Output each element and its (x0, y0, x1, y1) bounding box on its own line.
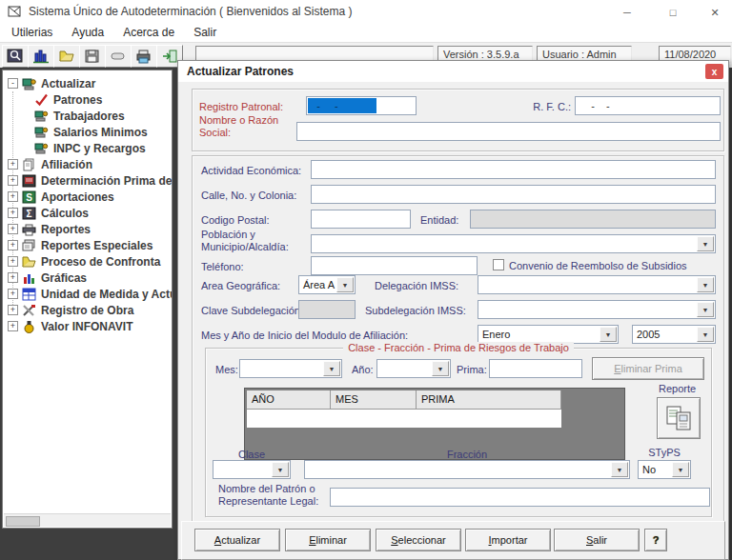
tree-item-reportes-especiales[interactable]: + Reportes Especiales (3, 237, 172, 253)
menu-ayuda[interactable]: Ayuda (62, 24, 113, 41)
tree-item-determinacion-prima-rt[interactable]: + Determinación Prima de RT (3, 172, 172, 189)
tree-item-unidad-medida[interactable]: + Unidad de Medida y Actuali: (3, 286, 172, 302)
maximize-button[interactable]: □ (654, 0, 692, 25)
plus-expander-icon[interactable]: + (8, 175, 18, 186)
codigo-postal-input[interactable] (311, 210, 411, 229)
help-button[interactable]: ? (644, 529, 667, 551)
tree-label: Determinación Prima de RT (41, 174, 173, 188)
anio-inicio-combo[interactable]: 2005 ▼ (632, 325, 716, 344)
anio-label: Año: (352, 364, 374, 376)
tree-item-registro-obra[interactable]: + Registro de Obra (3, 302, 172, 318)
convenio-checkbox[interactable] (493, 259, 504, 270)
dropdown-arrow-icon[interactable]: ▼ (272, 462, 289, 477)
area-geografica-combo[interactable]: Área A ▼ (298, 275, 356, 294)
tree-label: Gráficas (41, 271, 87, 285)
search-toolbar-button[interactable] (2, 45, 29, 68)
dropdown-arrow-icon[interactable]: ▼ (697, 236, 714, 251)
importar-button[interactable]: Importar (465, 529, 551, 551)
menu-salir[interactable]: Salir (184, 24, 226, 41)
eliminar-button[interactable]: Eliminar (285, 529, 371, 551)
save-toolbar-button[interactable] (79, 45, 106, 68)
tree-item-actualizar[interactable]: - Actualizar (3, 75, 172, 91)
plus-expander-icon[interactable]: + (8, 289, 18, 299)
dropdown-arrow-icon[interactable]: ▼ (432, 361, 449, 376)
reportes-printer-icon (22, 223, 36, 236)
dropdown-arrow-icon[interactable]: ▼ (323, 361, 340, 376)
dropdown-arrow-icon[interactable]: ▼ (697, 277, 714, 292)
grid-header-anio: AÑO (247, 390, 331, 410)
tree-item-afiliacion[interactable]: + Afiliación (3, 156, 172, 172)
tree-item-valor-infonavit[interactable]: + Valor INFONAVIT (3, 318, 172, 334)
actualizar-patrones-dialog: Actualizar Patrones x Registro Patronal:… (177, 60, 729, 560)
plus-expander-icon[interactable]: + (8, 224, 18, 234)
print-toolbar-button[interactable] (131, 45, 157, 68)
plus-expander-icon[interactable]: + (8, 256, 18, 267)
rfc-input[interactable]: - - (575, 96, 721, 115)
dialog-close-button[interactable]: x (705, 64, 723, 79)
tree-label: Actualizar (41, 77, 95, 90)
tree-item-patrones[interactable]: Patrones (3, 91, 172, 108)
dropdown-arrow-icon[interactable]: ▼ (600, 327, 617, 342)
plus-expander-icon[interactable]: + (8, 240, 18, 250)
open-toolbar-button[interactable] (53, 45, 80, 68)
dropdown-arrow-icon[interactable]: ▼ (611, 462, 628, 477)
nombre-patron-input[interactable] (330, 488, 710, 507)
nombre-razon-social-input[interactable] (296, 122, 721, 141)
mes-combo[interactable]: ▼ (239, 359, 342, 378)
prima-input[interactable] (489, 359, 582, 378)
plus-expander-icon[interactable]: + (8, 321, 18, 331)
plus-expander-icon[interactable]: + (8, 159, 18, 170)
menu-acerca-de[interactable]: Acerca de (113, 24, 184, 41)
registro-patronal-input[interactable]: - - (306, 96, 417, 115)
subdelegacion-imss-combo[interactable]: ▼ (478, 300, 716, 319)
entidad-label: Entidad: (420, 214, 458, 227)
convenio-label: Convenio de Reembolso de Subsidios (509, 260, 687, 272)
reporte-button[interactable] (657, 397, 701, 439)
minus-expander-icon[interactable]: - (8, 78, 18, 89)
plus-expander-icon[interactable]: + (8, 191, 18, 202)
seleccionar-button[interactable]: Seleccionar (376, 529, 461, 551)
infonavit-moneybag-icon (22, 320, 36, 333)
graph-toolbar-button[interactable] (28, 45, 54, 68)
exit-door-icon (161, 49, 178, 64)
salir-button[interactable]: Salir (554, 529, 640, 551)
dropdown-arrow-icon[interactable]: ▼ (697, 327, 714, 342)
tree-item-reportes[interactable]: + Reportes (3, 221, 172, 237)
fraccion-combo[interactable]: ▼ (304, 460, 630, 479)
plus-expander-icon[interactable]: + (8, 305, 18, 315)
poblacion-municipio-combo[interactable]: ▼ (311, 234, 716, 253)
dropdown-arrow-icon[interactable]: ▼ (672, 462, 689, 477)
prima-label: Prima: (457, 364, 487, 376)
pill-toolbar-button[interactable] (105, 45, 132, 68)
tree-item-salarios-minimos[interactable]: Salarios Minimos (3, 124, 172, 140)
plus-expander-icon[interactable]: + (8, 208, 18, 218)
tree-horizontal-scrollbar[interactable] (4, 513, 171, 527)
tree-item-aportaciones[interactable]: + S Aportaciones (3, 189, 172, 205)
actividad-economica-input[interactable] (311, 160, 716, 179)
save-floppy-icon (84, 49, 101, 64)
plus-expander-icon[interactable]: + (8, 272, 18, 283)
close-button[interactable]: ✕ (696, 0, 732, 25)
eliminar-prima-button[interactable]: Eliminar Prima (592, 357, 704, 380)
mes-inicio-combo[interactable]: Enero ▼ (478, 325, 619, 344)
tree-item-proceso-confronta[interactable]: + Proceso de Confronta (3, 253, 172, 270)
dropdown-arrow-icon[interactable]: ▼ (697, 302, 714, 317)
grid-empty-row[interactable] (247, 410, 561, 428)
dialog-body: Registro Patronal: - - R. F. C.: - - Nom… (178, 82, 728, 559)
tree-item-trabajadores[interactable]: Trabajadores (3, 108, 172, 124)
tree-item-inpc-recargos[interactable]: INPC y Recargos (3, 140, 172, 156)
calle-colonia-input[interactable] (311, 185, 716, 204)
clase-combo[interactable]: ▼ (213, 460, 291, 479)
anio-combo[interactable]: ▼ (376, 359, 451, 378)
scrollbar-thumb[interactable] (6, 516, 40, 527)
minimize-button[interactable]: ─ (608, 0, 646, 25)
dropdown-arrow-icon[interactable]: ▼ (336, 277, 354, 292)
delegacion-imss-combo[interactable]: ▼ (478, 275, 716, 294)
tree-item-calculos[interactable]: + Σ Cálculos (3, 205, 172, 221)
actualizar-button[interactable]: Actualizar (194, 529, 280, 551)
styps-combo[interactable]: No ▼ (638, 460, 691, 479)
tree-item-graficas[interactable]: + Gráficas (3, 270, 172, 286)
telefono-input[interactable] (311, 256, 478, 275)
menu-utilerias[interactable]: Utilerias (2, 24, 62, 41)
tree-label: Patrones (53, 93, 102, 107)
